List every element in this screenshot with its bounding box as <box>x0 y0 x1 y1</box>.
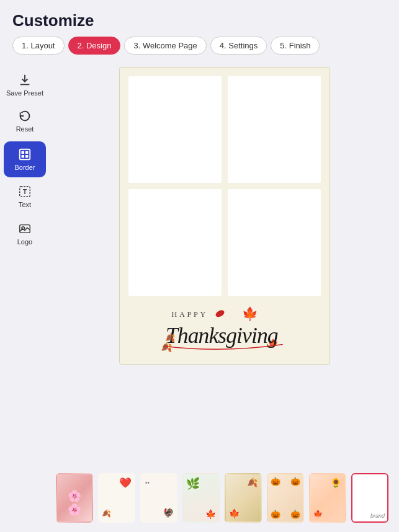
thumbnail-2[interactable]: ❤️ 🍂 <box>98 473 135 523</box>
save-preset-label: Save Preset <box>6 89 43 97</box>
save-preset-button[interactable]: Save Preset <box>1 68 48 102</box>
tab-layout[interactable]: 1. Layout <box>12 37 65 55</box>
tab-design[interactable]: 2. Design <box>68 37 121 55</box>
thumbnail-3[interactable]: •• 🦃 <box>140 473 177 523</box>
thumbnail-6[interactable]: 🎃 🎃 🎃 🎃 <box>267 473 304 523</box>
photo-cell-3[interactable] <box>128 189 222 296</box>
tab-settings[interactable]: 4. Settings <box>210 37 267 55</box>
svg-text:🍂: 🍂 <box>165 332 176 343</box>
photo-cell-4[interactable] <box>228 189 321 296</box>
thanksgiving-graphic: 🍁 🍂 🍁 HAPPY Thanksgiving 🍂 <box>128 296 321 364</box>
svg-rect-5 <box>22 155 25 158</box>
thanksgiving-svg: 🍁 🍂 🍁 HAPPY Thanksgiving 🍂 <box>132 299 318 361</box>
svg-rect-2 <box>20 149 30 160</box>
border-label: Border <box>14 164 35 171</box>
reset-icon <box>18 109 32 123</box>
text-label: Text <box>19 201 31 208</box>
thumbnail-4[interactable]: 🌿 🍁 <box>182 473 220 523</box>
reset-button[interactable]: Reset <box>11 104 39 138</box>
svg-text:Thanksgiving: Thanksgiving <box>165 323 277 348</box>
thumbnail-7[interactable]: 🌻 🍁 <box>309 473 346 523</box>
photo-cell-1[interactable] <box>128 76 222 183</box>
thumbnail-1[interactable]: 🌸🌸 <box>56 473 93 523</box>
page-title: Customize <box>0 0 399 37</box>
tab-bar: 1. Layout 2. Design 3. Welcome Page 4. S… <box>0 37 399 62</box>
main-area: Save Preset Reset Border <box>0 62 399 526</box>
logo-label: Logo <box>17 238 32 246</box>
thumbnail-8[interactable]: brand <box>351 473 388 523</box>
tab-finish[interactable]: 5. Finish <box>271 37 320 55</box>
svg-text:T: T <box>23 188 27 195</box>
border-tool-button[interactable]: Border <box>4 141 46 177</box>
border-icon <box>18 148 32 161</box>
photo-cell-2[interactable] <box>228 76 321 183</box>
tab-welcome[interactable]: 3. Welcome Page <box>124 37 206 55</box>
svg-point-15 <box>214 309 225 319</box>
reset-label: Reset <box>16 125 34 133</box>
download-icon <box>18 73 32 87</box>
text-icon: T <box>18 185 32 198</box>
svg-text:HAPPY: HAPPY <box>171 310 208 319</box>
sidebar: Save Preset Reset Border <box>0 62 50 526</box>
thumbnail-strip: 🌸🌸 ❤️ 🍂 •• 🦃 🌿 🍁 🍂 🍁 🎃 🎃 🎃 🎃 <box>50 464 399 532</box>
photo-card: 🍁 🍂 🍁 HAPPY Thanksgiving 🍂 <box>119 67 330 365</box>
svg-rect-6 <box>25 155 29 158</box>
text-tool-button[interactable]: T Text <box>4 179 46 215</box>
svg-rect-3 <box>22 151 25 154</box>
thumbnail-5[interactable]: 🍂 🍁 <box>225 473 262 523</box>
logo-icon <box>18 222 32 236</box>
svg-text:🍁: 🍁 <box>242 306 258 322</box>
card-footer: 🍁 🍂 🍁 HAPPY Thanksgiving 🍂 <box>128 296 321 364</box>
photo-grid <box>128 76 321 296</box>
svg-rect-4 <box>25 151 29 154</box>
logo-tool-button[interactable]: Logo <box>4 216 46 252</box>
canvas-area: 🍁 🍂 🍁 HAPPY Thanksgiving 🍂 <box>50 62 399 526</box>
